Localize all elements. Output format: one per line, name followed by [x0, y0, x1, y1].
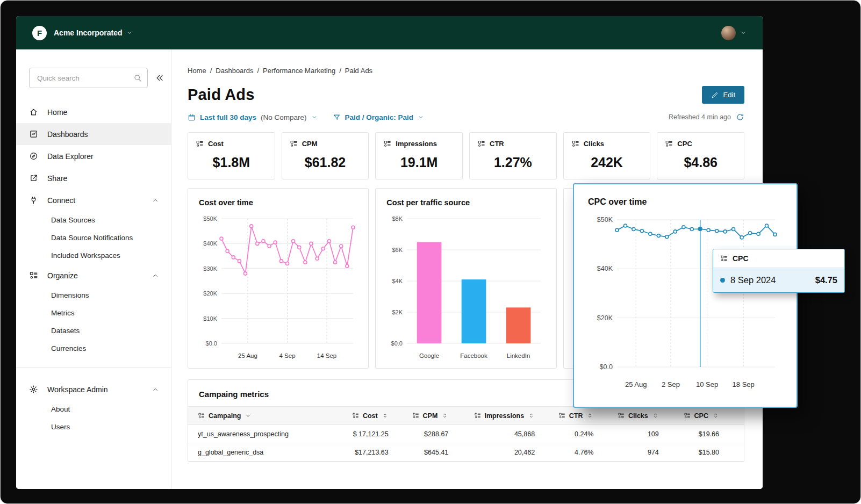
app-logo[interactable]: F	[32, 26, 47, 40]
sidebar-subitem-about[interactable]: About	[16, 400, 171, 418]
breadcrumb-item-paid-ads[interactable]: Paid Ads	[345, 67, 372, 75]
sidebar-item-home[interactable]: Home	[16, 101, 171, 123]
topbar: F Acme Incorporated	[16, 16, 763, 49]
sidebar-item-data-explorer[interactable]: Data Explorer	[16, 145, 171, 167]
svg-text:10 Sep: 10 Sep	[696, 380, 718, 388]
sidebar-subitem-included-workspaces[interactable]: Included Workspaces	[16, 247, 171, 264]
kpi-value: $4.86	[665, 155, 736, 170]
svg-text:25 Aug: 25 Aug	[625, 380, 647, 388]
sort-icon	[441, 412, 448, 419]
sidebar-collapse-button[interactable]	[155, 73, 164, 83]
search-input[interactable]	[36, 74, 133, 83]
metric-icon	[571, 140, 579, 148]
svg-text:18 Sep: 18 Sep	[733, 380, 755, 388]
svg-text:25 Aug: 25 Aug	[238, 352, 257, 359]
edit-button-label: Edit	[723, 91, 735, 99]
account-menu-button[interactable]	[740, 30, 747, 36]
date-filter-label: Last full 30 days	[200, 113, 256, 121]
breadcrumb-separator: /	[339, 67, 341, 75]
date-filter-note: (No Compare)	[261, 113, 307, 121]
metric-icon	[474, 412, 481, 419]
table-cell: $645.41	[398, 443, 458, 462]
funnel-icon	[333, 113, 341, 121]
sidebar-divider	[16, 368, 171, 368]
column-label: CTR	[569, 412, 583, 420]
calendar-icon	[188, 113, 196, 121]
segment-filter[interactable]: Paid / Organic: Paid	[333, 113, 425, 121]
refresh-status: Refreshed 4 min ago	[669, 113, 744, 121]
sidebar-item-label: Dashboards	[47, 130, 88, 139]
sidebar-subitem-metrics[interactable]: Metrics	[16, 304, 171, 322]
workspace-selector[interactable]: Acme Incorporated	[54, 28, 133, 37]
metric-icon	[477, 140, 485, 148]
metric-icon	[412, 412, 419, 419]
breadcrumb-item-dashboards[interactable]: Dashboards	[216, 67, 253, 75]
sidebar-item-share[interactable]: Share	[16, 167, 171, 189]
kpi-card-cpc: CPC $4.86	[657, 132, 744, 179]
date-range-filter[interactable]: Last full 30 days (No Compare)	[188, 113, 318, 121]
svg-text:$50K: $50K	[203, 215, 217, 222]
breadcrumb-item-home[interactable]: Home	[188, 67, 206, 75]
column-header-impressions[interactable]: Impressions	[458, 407, 544, 425]
sidebar-subitem-users[interactable]: Users	[16, 418, 171, 436]
column-label: Impressions	[485, 412, 525, 420]
chart-title-cost-per-source: Cost per traffic source	[386, 198, 547, 207]
sidebar-item-workspace-admin[interactable]: Workspace Admin	[16, 378, 171, 400]
refresh-button[interactable]	[736, 113, 744, 121]
sidebar-item-label: Data Explorer	[47, 152, 94, 161]
kpi-card-cost: Cost $1.8M	[188, 132, 275, 179]
share-icon	[29, 174, 38, 183]
svg-text:$8K: $8K	[392, 215, 403, 222]
kpi-row: Cost $1.8M CPM $61.82 Impressions 19.1M …	[188, 132, 744, 179]
column-header-ctr[interactable]: CTR	[544, 407, 603, 425]
cpc-over-time-chart[interactable]: $50K$40K$20K$0.025 Aug2 Sep10 Sep18 Sep	[588, 211, 783, 392]
sidebar-subitem-dimensions[interactable]: Dimensions	[16, 286, 171, 304]
column-label: Cost	[363, 412, 378, 420]
column-header-cpm[interactable]: CPM	[398, 407, 458, 425]
breadcrumb-item-performance-marketing[interactable]: Performance Marketing	[263, 67, 335, 75]
column-header-cpc[interactable]: CPC	[669, 407, 744, 425]
table-row[interactable]: yt_us_awareness_prospecting$ 17,121.25$2…	[188, 425, 744, 443]
breadcrumb: Home/Dashboards/Performance Marketing/Pa…	[188, 67, 744, 75]
kpi-value: 242K	[571, 155, 643, 170]
column-header-clicks[interactable]: Clicks	[603, 407, 668, 425]
column-header-cost[interactable]: Cost	[338, 407, 398, 425]
metric-icon	[618, 412, 625, 419]
table-cell: 0.24%	[544, 425, 603, 443]
cost-over-time-chart[interactable]: $50K$40K$30K$20K$10K$0.025 Aug4 Sep14 Se…	[197, 212, 360, 363]
sidebar-subitem-data-sources[interactable]: Data Sources	[16, 211, 171, 229]
kpi-card-impressions: Impressions 19.1M	[375, 132, 463, 179]
double-chevron-left-icon	[155, 73, 164, 83]
screen-frame: F Acme Incorporated HomeDas	[0, 0, 861, 504]
avatar[interactable]	[721, 26, 736, 40]
svg-text:LinkedIn: LinkedIn	[507, 352, 530, 359]
kpi-label: CPM	[302, 140, 318, 148]
metric-icon	[29, 271, 38, 280]
edit-button[interactable]: Edit	[702, 86, 744, 104]
sidebar-subitem-datasets[interactable]: Datasets	[16, 322, 171, 340]
sort-icon	[382, 412, 389, 419]
sidebar-item-label: Share	[47, 174, 67, 183]
column-label: CPC	[694, 412, 708, 420]
table-cell: $17,213.63	[338, 443, 398, 462]
sort-icon	[712, 412, 719, 419]
popup-title: CPC over time	[588, 197, 783, 207]
metric-icon	[196, 140, 204, 148]
tooltip-marker	[720, 278, 725, 283]
sidebar-item-organize[interactable]: Organize	[16, 264, 171, 286]
kpi-label: Cost	[208, 140, 224, 148]
refresh-icon	[736, 113, 744, 121]
sidebar-item-connect[interactable]: Connect	[16, 189, 171, 211]
column-header-campaing[interactable]: Campaing	[188, 407, 338, 425]
campaign-metrics-table: CampaingCostCPMImpressionsCTRClicksCPC y…	[188, 406, 744, 462]
sidebar-item-dashboards[interactable]: Dashboards	[16, 123, 171, 145]
svg-text:4 Sep: 4 Sep	[279, 352, 295, 359]
sidebar-item-label: Connect	[47, 196, 75, 205]
sidebar-subitem-currencies[interactable]: Currencies	[16, 340, 171, 357]
cpc-over-time-popup: CPC over time $50K$40K$20K$0.025 Aug2 Se…	[573, 183, 798, 408]
cost-per-traffic-source-chart[interactable]: $8K$6K$4K$2K$0.0GoogleFacebookLinkedIn	[384, 212, 547, 363]
table-row[interactable]: g_global_generic_dsa$17,213.63$645.4120,…	[188, 443, 744, 462]
sidebar-subitem-data-source-notifications[interactable]: Data Source Notifications	[16, 229, 171, 247]
plug-icon	[29, 196, 38, 205]
table-body: yt_us_awareness_prospecting$ 17,121.25$2…	[188, 425, 744, 462]
